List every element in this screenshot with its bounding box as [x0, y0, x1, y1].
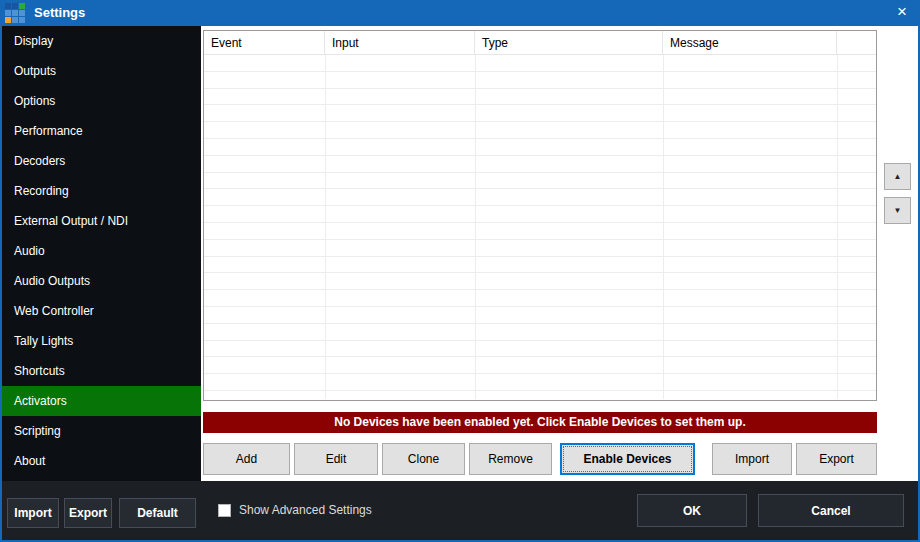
activator-export-button[interactable]: Export — [796, 443, 877, 475]
sidebar-item-web-controller[interactable]: Web Controller — [2, 296, 201, 326]
settings-window: Settings × Display Outputs Options Perfo… — [0, 0, 920, 542]
titlebar[interactable]: Settings × — [0, 0, 920, 26]
move-down-button[interactable]: ▼ — [884, 197, 911, 224]
sidebar-item-performance[interactable]: Performance — [2, 116, 201, 146]
ok-button[interactable]: OK — [637, 494, 747, 527]
activator-import-button[interactable]: Import — [712, 443, 792, 475]
sidebar-item-tally-lights[interactable]: Tally Lights — [2, 326, 201, 356]
add-button[interactable]: Add — [203, 443, 290, 475]
settings-import-button[interactable]: Import — [7, 498, 59, 528]
column-header-filler — [837, 31, 876, 54]
column-header-event[interactable]: Event — [204, 31, 325, 54]
remove-button[interactable]: Remove — [469, 443, 552, 475]
edit-button[interactable]: Edit — [294, 443, 378, 475]
sidebar-item-scripting[interactable]: Scripting — [2, 416, 201, 446]
column-header-type[interactable]: Type — [475, 31, 663, 54]
no-devices-warning-banner: No Devices have been enabled yet. Click … — [203, 412, 877, 433]
arrow-up-icon: ▲ — [894, 172, 902, 181]
cancel-button[interactable]: Cancel — [758, 494, 904, 527]
column-header-input[interactable]: Input — [325, 31, 475, 54]
close-icon[interactable]: × — [888, 0, 916, 26]
sidebar-item-audio-outputs[interactable]: Audio Outputs — [2, 266, 201, 296]
arrow-down-icon: ▼ — [894, 206, 902, 215]
sidebar-item-audio[interactable]: Audio — [2, 236, 201, 266]
settings-export-button[interactable]: Export — [64, 498, 112, 528]
sidebar-item-outputs[interactable]: Outputs — [2, 56, 201, 86]
sidebar-item-recording[interactable]: Recording — [2, 176, 201, 206]
table-body-empty — [204, 55, 876, 399]
show-advanced-settings-row[interactable]: Show Advanced Settings — [218, 501, 372, 519]
sidebar-item-external-output-ndi[interactable]: External Output / NDI — [2, 206, 201, 236]
sidebar-item-options[interactable]: Options — [2, 86, 201, 116]
window-title: Settings — [34, 0, 85, 26]
activators-panel: Event Input Type Message ▲ ▼ No Devices … — [201, 26, 918, 481]
clone-button[interactable]: Clone — [382, 443, 465, 475]
show-advanced-checkbox[interactable] — [218, 504, 231, 517]
sidebar-item-decoders[interactable]: Decoders — [2, 146, 201, 176]
sidebar-item-about[interactable]: About — [2, 446, 201, 476]
column-header-message[interactable]: Message — [663, 31, 837, 54]
settings-sidebar: Display Outputs Options Performance Deco… — [2, 26, 201, 481]
sidebar-item-shortcuts[interactable]: Shortcuts — [2, 356, 201, 386]
enable-devices-button[interactable]: Enable Devices — [560, 443, 695, 475]
show-advanced-label: Show Advanced Settings — [239, 503, 372, 517]
sidebar-item-activators[interactable]: Activators — [2, 386, 201, 416]
sidebar-item-display[interactable]: Display — [2, 26, 201, 56]
move-up-button[interactable]: ▲ — [884, 163, 911, 190]
bottom-bar: Import Export Default Show Advanced Sett… — [2, 481, 918, 540]
app-logo-icon — [5, 3, 25, 23]
settings-default-button[interactable]: Default — [119, 498, 196, 528]
table-header: Event Input Type Message — [204, 31, 876, 55]
activators-table: Event Input Type Message — [203, 30, 877, 401]
